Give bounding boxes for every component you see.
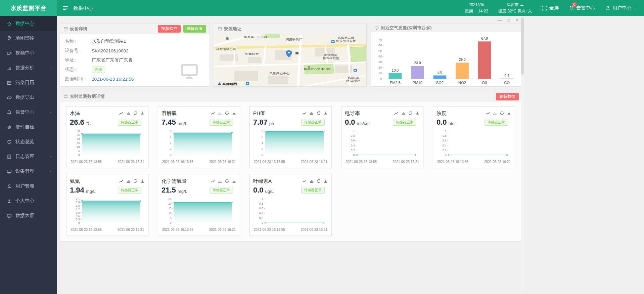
sidebar-item-data-analysis[interactable]: 数据分析	[0, 60, 57, 75]
sidebar-item-label: 个人中心	[15, 198, 34, 204]
svg-text:0.2: 0.2	[259, 217, 263, 220]
svg-text:0: 0	[262, 221, 263, 224]
refresh-icon[interactable]	[316, 111, 321, 116]
sidebar-item-label: 污染日历	[15, 80, 34, 86]
trend-icon[interactable]	[211, 111, 215, 116]
maximize-button[interactable]: □	[508, 18, 510, 22]
bar-chart-icon[interactable]	[309, 179, 314, 183]
close-button[interactable]: ×	[516, 18, 518, 22]
sidebar-item-data-screen[interactable]: 数据大屏	[0, 208, 57, 223]
sidebar-item-personal-center[interactable]: 个人中心	[0, 194, 57, 208]
download-icon[interactable]	[323, 111, 328, 116]
metric-area-chart: 00.20.40.60.81	[253, 197, 328, 227]
minimize-button[interactable]: —	[498, 18, 502, 22]
sidebar-item-label: 视频中心	[15, 50, 34, 56]
svg-text:4: 4	[262, 142, 263, 145]
field-label: 数据时间 :	[65, 76, 92, 82]
bar-chart-icon[interactable]	[309, 111, 314, 116]
scrollbar[interactable]	[521, 17, 524, 291]
sidebar-item-device-management[interactable]: 设备管理	[0, 164, 57, 179]
refresh-icon[interactable]	[500, 111, 504, 116]
trend-icon[interactable]	[302, 179, 307, 183]
svg-text:0: 0	[262, 154, 263, 157]
sensor-status-badge: 传感器正常	[118, 119, 142, 126]
download-icon[interactable]	[140, 111, 145, 116]
bar-chart-icon[interactable]	[126, 111, 131, 116]
video-monitor-button[interactable]: 视频监控	[158, 25, 181, 33]
fullscreen-button[interactable]: 全屏	[542, 5, 559, 11]
scrollbar-thumb[interactable]	[521, 17, 524, 75]
svg-text:50: 50	[378, 49, 382, 53]
svg-text:0.8: 0.8	[351, 134, 355, 137]
metric-card-conductivity: 电导率 0.0 ms/cm 传感器正常 00.20.40.60.81 2021-…	[341, 106, 423, 168]
bar-chart-icon[interactable]	[218, 111, 222, 116]
download-icon[interactable]	[323, 179, 328, 183]
sensor-status-badge: 传感器正常	[393, 119, 417, 126]
refresh-icon[interactable]	[225, 111, 229, 116]
field-value: 在线	[92, 67, 105, 73]
x-axis-start-label: 2021-06-23 16:13:55	[254, 160, 285, 164]
refresh-icon[interactable]	[408, 111, 413, 116]
svg-text:0.4: 0.4	[505, 74, 509, 78]
monitor-graphic-icon	[179, 61, 200, 81]
trend-icon[interactable]	[486, 111, 490, 116]
trend-icon[interactable]	[119, 111, 124, 116]
svg-text:0.3: 0.3	[76, 218, 80, 221]
refresh-icon[interactable]	[133, 111, 138, 116]
map[interactable]: 凤凰第一工业区一路明盛手袋厂凤凰第二股份公司办公楼科技有限公司华鑫锐智凤业八路深…	[214, 34, 366, 86]
sidebar-item-pollution-calendar[interactable]: 污染日历	[0, 75, 57, 90]
sidebar-item-user-management[interactable]: 用户管理	[0, 179, 57, 194]
field-label: 地址 :	[65, 57, 92, 63]
metric-unit: mg/L	[86, 189, 96, 194]
trend-icon[interactable]	[211, 179, 215, 183]
metric-unit: ug/L	[265, 189, 274, 194]
sidebar-item-video-center[interactable]: 视频中心	[0, 46, 57, 60]
sidebar-item-map-monitor[interactable]: 地图监控	[0, 31, 57, 46]
panel-icon	[63, 27, 68, 31]
svg-text:0: 0	[78, 221, 80, 224]
bar-chart-icon[interactable]	[218, 179, 222, 183]
download-icon[interactable]	[232, 111, 236, 116]
alarm-center-button[interactable]: 0 告警中心	[569, 5, 595, 11]
metric-title: 水温	[70, 110, 80, 117]
svg-text:0.4: 0.4	[443, 144, 447, 147]
download-icon[interactable]	[507, 111, 511, 116]
bar-chart-icon[interactable]	[401, 111, 406, 116]
sidebar-item-alarm-center[interactable]: 告警中心	[0, 105, 57, 120]
trend-icon[interactable]	[302, 111, 307, 116]
svg-text:PM2.5: PM2.5	[390, 81, 401, 85]
svg-text:华鑫锐智: 华鑫锐智	[245, 52, 259, 55]
monitor-icon	[374, 26, 379, 30]
refresh-data-button[interactable]: 刷新数据	[496, 93, 519, 100]
user-center-button[interactable]: 用户中心	[605, 5, 637, 11]
select-device-button[interactable]: 选择设备	[183, 25, 206, 33]
bar-chart-icon[interactable]	[493, 111, 497, 116]
trend-icon[interactable]	[119, 179, 124, 183]
x-axis-start-label: 2021-06-23 16:13:55	[254, 228, 285, 232]
sidebar-item-status-overview[interactable]: 状态总览	[0, 134, 57, 149]
menu-toggle-icon[interactable]	[62, 5, 68, 11]
bar-chart-icon[interactable]	[126, 179, 131, 183]
download-icon[interactable]	[140, 179, 145, 183]
sidebar-item-data-export[interactable]: 数据导出	[0, 90, 57, 105]
refresh-icon[interactable]	[133, 179, 138, 183]
metric-unit: ℃	[86, 121, 91, 126]
field-value: 水质自动监测站1	[92, 38, 126, 44]
field-label: 状态 :	[65, 67, 92, 73]
sidebar-item-hardware-selftest[interactable]: 硬件自检	[0, 120, 57, 134]
trend-icon[interactable]	[394, 111, 399, 116]
svg-text:2: 2	[170, 148, 172, 151]
download-icon[interactable]	[232, 179, 236, 183]
refresh-icon[interactable]	[225, 179, 229, 183]
sidebar-item-log-management[interactable]: 日志管理	[0, 149, 57, 164]
sidebar-item-label: 用户管理	[15, 183, 34, 189]
svg-text:10: 10	[168, 212, 172, 215]
field-value: 广东省广东省广东省	[92, 57, 133, 63]
air-quality-panel: 附近空气质量(深圳市西乡) 01020304050607010.0PM2.523…	[371, 24, 522, 87]
svg-text:5: 5	[78, 150, 80, 153]
sidebar-item-data-center[interactable]: 数据中心	[0, 16, 57, 31]
refresh-icon[interactable]	[316, 179, 321, 183]
datetime-display: 2021/7/5 星期一 14:22	[465, 2, 488, 14]
svg-text:1: 1	[262, 198, 263, 201]
download-icon[interactable]	[415, 111, 420, 116]
